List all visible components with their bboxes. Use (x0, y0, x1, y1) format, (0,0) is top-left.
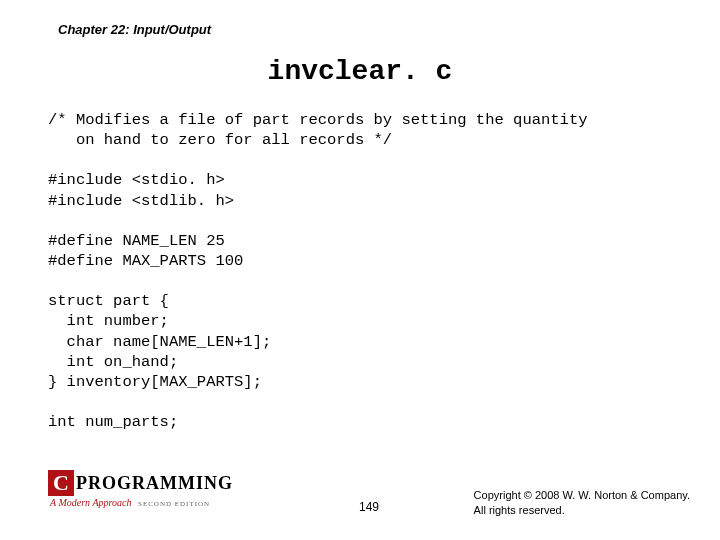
logo-subtitle: A Modern Approach SECOND EDITION (50, 497, 278, 508)
copyright-line-1: Copyright © 2008 W. W. Norton & Company. (474, 488, 690, 503)
code-listing: /* Modifies a file of part records by se… (48, 110, 588, 432)
page-number: 149 (359, 500, 379, 514)
copyright-line-2: All rights reserved. (474, 503, 690, 518)
logo-sub-text: A Modern Approach (50, 497, 131, 508)
chapter-heading: Chapter 22: Input/Output (58, 22, 211, 37)
logo-edition: SECOND EDITION (138, 500, 210, 508)
logo-top-row: C PROGRAMMING (48, 470, 278, 496)
footer: C PROGRAMMING A Modern Approach SECOND E… (48, 470, 690, 520)
page-title: invclear. c (0, 56, 720, 87)
logo-c-icon: C (48, 470, 74, 496)
copyright: Copyright © 2008 W. W. Norton & Company.… (474, 488, 690, 518)
book-logo: C PROGRAMMING A Modern Approach SECOND E… (48, 470, 278, 508)
logo-word: PROGRAMMING (76, 473, 233, 494)
